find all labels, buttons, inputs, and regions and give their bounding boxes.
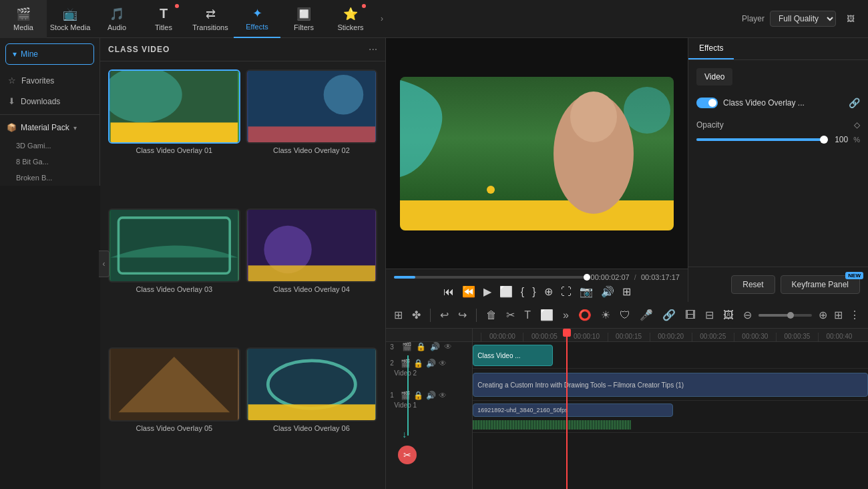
toolbar-media-label: Media	[13, 23, 33, 31]
tl-add-track[interactable]: ⊞	[391, 306, 405, 324]
rewind-btn[interactable]: ⏮	[443, 286, 454, 298]
tl-zoom-out[interactable]: ⊖	[740, 306, 754, 324]
sidebar-broken-b[interactable]: Broken B...	[0, 170, 99, 186]
sidebar-8bit[interactable]: 8 Bit Ga...	[0, 154, 99, 170]
tl-overlay[interactable]: 🖼	[720, 307, 736, 324]
sidebar-item-favorites[interactable]: ☆ Favorites	[0, 70, 99, 91]
effect-item-6[interactable]: Class Video Overlay 06	[246, 347, 378, 481]
effect-edit-btn[interactable]: 🔗	[849, 98, 860, 108]
tl-shield[interactable]: 🛡	[617, 307, 633, 324]
sidebar-material-pack[interactable]: 📦 Material Pack ▾	[0, 118, 99, 138]
tl-crop[interactable]: ⬜	[537, 306, 556, 324]
track-1-clip[interactable]: 16921892-uhd_3840_2160_50fps	[473, 403, 673, 417]
effect-thumb-4[interactable]	[246, 208, 378, 283]
add-to-tl-btn[interactable]: ⊕	[544, 285, 553, 298]
effect-thumb-3[interactable]	[108, 208, 240, 283]
material-pack-icon: 📦	[7, 123, 17, 132]
rp-video-tab[interactable]: Video	[696, 68, 732, 86]
snapshot-btn[interactable]: 📷	[580, 285, 593, 298]
effect-toggle[interactable]	[696, 98, 718, 108]
track-3-audio[interactable]: 🔊	[430, 342, 440, 351]
toolbar-titles[interactable]: T Titles	[140, 0, 187, 38]
progress-handle[interactable]	[584, 274, 590, 281]
tl-redo[interactable]: ↪	[455, 306, 469, 324]
keyframe-panel-button[interactable]: Keyframe Panel NEW	[781, 275, 860, 294]
opacity-keyframe-btn[interactable]: ◇	[854, 120, 860, 130]
tl-options[interactable]: ⋮	[847, 306, 863, 324]
timeline-playhead[interactable]	[566, 329, 568, 489]
effect-item-4[interactable]: Class Video Overlay 04	[246, 208, 378, 342]
tl-zoom-in[interactable]: ⊕	[816, 306, 830, 324]
step-back-btn[interactable]: ⏪	[462, 285, 475, 298]
effect-thumb-6[interactable]	[246, 347, 378, 422]
effect-thumb-5[interactable]	[108, 347, 240, 422]
top-toolbar: 🎬 Media 📺 Stock Media 🎵 Audio T Titles ⇄…	[0, 0, 868, 38]
sidebar-toggle[interactable]: ‹	[99, 251, 110, 277]
effect-item-3[interactable]: Class Video Overlay 03	[108, 208, 240, 342]
track-2-audio[interactable]: 🔊	[426, 359, 436, 368]
screenshot-icon[interactable]: 🖼	[841, 9, 860, 28]
track-2-clip[interactable]: Creating a Custom Intro with Drawing Too…	[473, 373, 868, 397]
toolbar-more[interactable]: ›	[374, 0, 390, 38]
tl-zoom-track[interactable]	[758, 314, 812, 317]
play-btn[interactable]: ▶	[483, 285, 491, 298]
track-2-lock[interactable]: 🔒	[413, 359, 423, 368]
track-1-eye[interactable]: 👁	[439, 391, 447, 400]
opacity-track[interactable]	[696, 138, 823, 141]
tl-undo[interactable]: ↩	[437, 306, 451, 324]
effects-more-btn[interactable]: ···	[369, 43, 377, 55]
effect-item-1[interactable]: Class Video Overlay 01	[108, 69, 240, 203]
opacity-handle[interactable]	[820, 136, 828, 144]
tl-delete[interactable]: 🗑	[483, 307, 499, 324]
toolbar-transitions[interactable]: ⇄ Transitions	[187, 0, 234, 38]
track-1-num: 1	[390, 391, 398, 399]
player-buttons: ⏮ ⏪ ▶ ⬜ { } ⊕ ⛶ 📷 🔊 ⊞	[394, 285, 680, 298]
track-3-clip[interactable]: Class Video ...	[473, 345, 553, 366]
toolbar-media[interactable]: 🎬 Media	[0, 0, 47, 38]
pip-btn[interactable]: ⊞	[622, 285, 631, 298]
tl-more-tools[interactable]: »	[560, 307, 572, 324]
player-overlay	[400, 77, 674, 230]
tl-sun[interactable]: ☀	[598, 306, 613, 324]
tl-circle[interactable]: ⭕	[576, 306, 594, 324]
effect-thumb-2[interactable]	[246, 69, 378, 144]
sidebar-3d-gaming[interactable]: 3D Gami...	[0, 138, 99, 154]
effects-panel-header: CLASS VIDEO ···	[100, 38, 385, 61]
current-time-val: 00:00:02:07	[591, 273, 630, 281]
toolbar-stock-media[interactable]: 📺 Stock Media	[47, 0, 93, 38]
tl-link[interactable]: 🔗	[660, 306, 678, 324]
tl-zoom-handle[interactable]	[787, 312, 794, 319]
toolbar-filters[interactable]: 🔲 Filters	[280, 0, 327, 38]
tl-magnet[interactable]: ✤	[409, 306, 423, 324]
track-1-lock[interactable]: 🔒	[413, 391, 423, 400]
tl-mic[interactable]: 🎤	[637, 306, 656, 324]
track-2-eye[interactable]: 👁	[439, 359, 447, 368]
mark-out-btn[interactable]: }	[532, 286, 535, 298]
effect-item-5[interactable]: Class Video Overlay 05	[108, 347, 240, 481]
tl-film[interactable]: 🎞	[682, 307, 698, 324]
tl-text[interactable]: T	[521, 307, 533, 324]
reset-button[interactable]: Reset	[731, 275, 775, 294]
sidebar-item-downloads[interactable]: ⬇ Downloads	[0, 91, 99, 112]
mark-in-btn[interactable]: {	[521, 286, 524, 298]
track-3-eye[interactable]: 👁	[444, 342, 452, 351]
fullscreen-btn[interactable]: ⛶	[561, 286, 572, 298]
sidebar-mine-btn[interactable]: ▾ Mine	[5, 43, 94, 65]
tl-cut[interactable]: ✂	[503, 306, 517, 324]
progress-track[interactable]	[394, 276, 585, 279]
track-1-controls: 1 🎬 🔒 🔊 👁 Video 1	[386, 383, 473, 416]
volume-btn[interactable]: 🔊	[601, 285, 614, 298]
track-3-lock[interactable]: 🔒	[416, 342, 426, 351]
toolbar-audio[interactable]: 🎵 Audio	[93, 0, 140, 38]
tl-pip[interactable]: ⊟	[702, 306, 716, 324]
quality-select[interactable]: Full Quality	[770, 11, 836, 27]
opacity-fill	[696, 138, 823, 141]
effect-thumb-1[interactable]	[108, 69, 240, 144]
toolbar-stickers[interactable]: ⭐ Stickers	[327, 0, 374, 38]
crop-btn[interactable]: ⬜	[499, 285, 513, 298]
tab-effects[interactable]: Effects	[688, 38, 734, 59]
tl-grid[interactable]: ⊞	[834, 309, 843, 321]
effect-item-2[interactable]: Class Video Overlay 02	[246, 69, 378, 203]
toolbar-effects[interactable]: ✦ Effects	[234, 0, 280, 38]
track-1-audio[interactable]: 🔊	[426, 391, 436, 400]
